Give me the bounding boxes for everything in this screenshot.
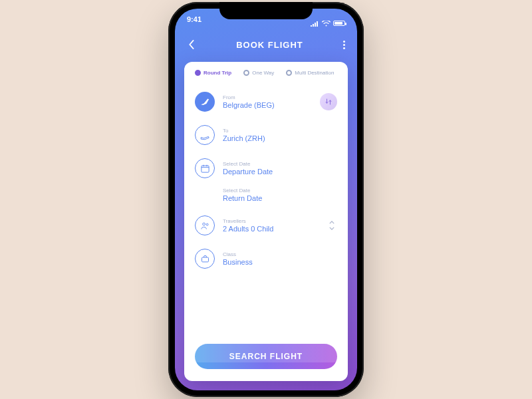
departure-date-field[interactable]: Select Date Departure Date — [195, 152, 337, 185]
app-screen: 9:41 BOOK FLIGHT Round Trip One Way — [175, 9, 357, 390]
more-icon[interactable] — [343, 41, 345, 49]
field-value: Zurich (ZRH) — [223, 134, 265, 142]
svg-point-2 — [206, 223, 208, 225]
card-stack-hint — [191, 336, 341, 362]
radio-icon — [195, 70, 201, 76]
wifi-icon — [322, 21, 331, 27]
field-label: To — [223, 128, 265, 134]
to-field[interactable]: To Zurich (ZRH) — [195, 118, 337, 152]
field-label: Class — [223, 251, 253, 257]
form-rows: From Belgrade (BEG) To Zurich (ZRH) — [184, 81, 348, 337]
status-time: 9:41 — [187, 15, 201, 31]
field-label: From — [223, 94, 275, 100]
field-label: Select Date — [223, 188, 337, 194]
svg-point-1 — [202, 223, 205, 225]
chevron-down-icon — [329, 227, 334, 230]
trip-type-label: Multi Destination — [295, 70, 334, 76]
radio-icon — [286, 70, 292, 76]
status-indicators — [310, 15, 345, 31]
field-value: Return Date — [223, 194, 337, 202]
return-date-field[interactable]: Select Date Return Date — [223, 185, 337, 209]
trip-type-round-trip[interactable]: Round Trip — [195, 70, 231, 76]
phone-frame: 9:41 BOOK FLIGHT Round Trip One Way — [168, 2, 364, 397]
plane-takeoff-icon — [195, 92, 215, 112]
booking-card: Round Trip One Way Multi Destination — [184, 62, 348, 381]
travellers-stepper[interactable] — [329, 221, 334, 230]
cellular-icon — [310, 21, 319, 27]
trip-type-multi[interactable]: Multi Destination — [286, 70, 334, 76]
swap-button[interactable] — [320, 93, 337, 110]
class-field[interactable]: Class Business — [195, 242, 337, 275]
page-title: BOOK FLIGHT — [236, 40, 303, 50]
field-value: 2 Adults 0 Child — [223, 225, 273, 233]
chevron-up-icon — [329, 221, 334, 224]
passengers-icon — [195, 215, 215, 235]
app-header: BOOK FLIGHT — [175, 31, 357, 58]
back-icon[interactable] — [187, 40, 196, 49]
field-label: Travellers — [223, 218, 273, 224]
radio-icon — [243, 70, 249, 76]
field-value: Belgrade (BEG) — [223, 101, 275, 109]
briefcase-icon — [195, 249, 215, 269]
field-value: Departure Date — [223, 168, 273, 176]
svg-rect-3 — [201, 257, 208, 262]
swap-icon — [325, 98, 332, 106]
travellers-field[interactable]: Travellers 2 Adults 0 Child — [195, 209, 337, 242]
trip-type-selector: Round Trip One Way Multi Destination — [184, 62, 348, 81]
trip-type-one-way[interactable]: One Way — [243, 70, 274, 76]
phone-notch — [219, 2, 313, 19]
plane-land-icon — [195, 125, 215, 145]
trip-type-label: One Way — [252, 70, 274, 76]
battery-icon — [333, 21, 345, 26]
calendar-icon — [195, 158, 215, 178]
svg-rect-0 — [201, 166, 208, 172]
from-field[interactable]: From Belgrade (BEG) — [195, 85, 337, 118]
field-label: Select Date — [223, 161, 273, 167]
trip-type-label: Round Trip — [203, 70, 231, 76]
field-value: Business — [223, 258, 253, 266]
